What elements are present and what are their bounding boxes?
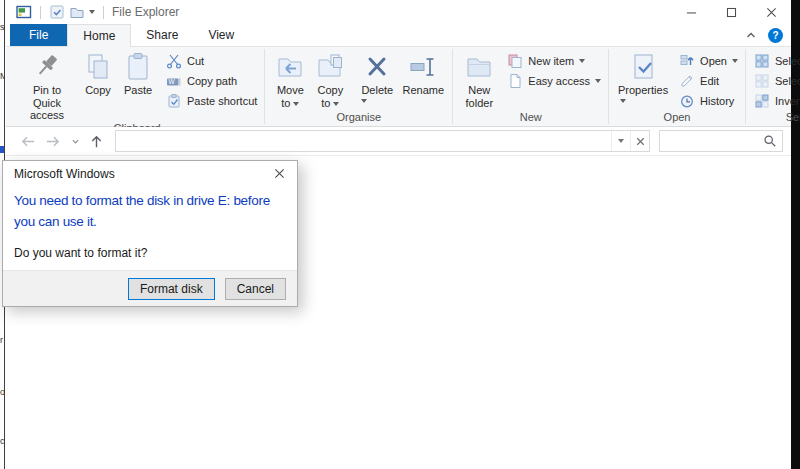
background-text-fragment: o <box>0 387 5 397</box>
dialog-instruction-text: You need to format the disk in drive E: … <box>14 191 292 233</box>
open-button[interactable]: Open <box>677 53 740 69</box>
close-button[interactable] <box>751 0 791 24</box>
recent-locations-button[interactable] <box>68 137 83 146</box>
dropdown-caret-icon <box>595 79 601 83</box>
delete-button[interactable]: Delete <box>355 49 399 103</box>
background-icon-fragment <box>0 146 4 153</box>
copy-to-button[interactable]: Copy to <box>310 49 350 109</box>
history-clock-icon <box>679 93 695 109</box>
address-bar-input[interactable] <box>116 131 611 151</box>
dropdown-caret-icon <box>579 59 585 63</box>
select-buttons: Select all Select none Inv <box>746 47 800 111</box>
copy-path-icon: W <box>166 73 182 89</box>
properties-button[interactable]: Properties <box>614 49 672 103</box>
tab-view[interactable]: View <box>193 24 249 46</box>
chevron-down-icon <box>89 10 95 14</box>
format-disk-dialog: Microsoft Windows You need to format the… <box>2 160 298 307</box>
button-label: Cut <box>187 55 204 67</box>
invert-selection-button[interactable]: Invert selection <box>752 93 800 109</box>
pin-to-quick-access-button[interactable]: Pin to Quick access <box>15 49 79 122</box>
button-label: Copy path <box>187 75 237 87</box>
button-label: Paste <box>124 84 152 96</box>
tab-home[interactable]: Home <box>67 24 131 47</box>
dialog-title: Microsoft Windows <box>14 167 115 181</box>
chevron-down-icon <box>618 139 624 143</box>
edit-button[interactable]: Edit <box>677 73 740 89</box>
button-label: Move to <box>277 84 304 109</box>
select-all-icon <box>754 53 770 69</box>
new-small-buttons: New item Easy access <box>505 49 603 89</box>
quick-access-properties-icon[interactable] <box>47 4 67 20</box>
dropdown-caret-icon <box>732 59 738 63</box>
maximize-button[interactable] <box>711 0 751 24</box>
search-box <box>659 130 783 152</box>
cut-button[interactable]: Cut <box>164 53 259 69</box>
dialog-title-bar: Microsoft Windows <box>3 161 297 186</box>
ribbon-group-organise: Move to Copy to Delete <box>265 47 452 126</box>
easy-access-button[interactable]: Easy access <box>505 73 603 89</box>
select-none-button[interactable]: Select none <box>752 73 800 89</box>
copy-to-icon <box>314 51 346 83</box>
new-item-button[interactable]: New item <box>505 53 603 69</box>
customize-quick-access-caret[interactable] <box>87 10 97 14</box>
window-title: File Explorer <box>112 5 179 19</box>
button-label: Easy access <box>528 75 590 87</box>
organise-buttons: Move to Copy to Delete <box>265 47 452 111</box>
minimize-button[interactable] <box>671 0 711 24</box>
forward-button[interactable] <box>42 134 65 149</box>
maximize-icon <box>726 7 737 18</box>
address-cancel-button[interactable] <box>630 131 649 151</box>
address-dropdown-button[interactable] <box>611 131 630 151</box>
tab-share[interactable]: Share <box>131 24 193 46</box>
button-label: Properties <box>618 84 668 96</box>
help-button[interactable]: ? <box>768 28 783 43</box>
navigation-bar <box>6 127 791 156</box>
search-input[interactable] <box>665 134 763 148</box>
format-disk-button[interactable]: Format disk <box>128 278 215 300</box>
background-text-fragment: ct <box>0 436 5 446</box>
button-label: History <box>700 95 734 107</box>
scissors-icon <box>166 53 182 69</box>
collapse-ribbon-button[interactable] <box>745 29 757 41</box>
edit-pencil-icon <box>679 73 695 89</box>
dropdown-caret-icon <box>620 99 626 103</box>
back-arrow-icon <box>19 134 36 149</box>
file-explorer-app-icon[interactable] <box>14 4 34 20</box>
tab-file[interactable]: File <box>10 24 67 46</box>
ribbon-tab-bar: File Home Share View ? <box>6 24 791 47</box>
quick-access-new-folder-icon[interactable] <box>67 4 87 20</box>
rename-button[interactable]: Rename <box>399 49 447 97</box>
select-all-button[interactable]: Select all <box>752 53 800 69</box>
button-label: Open <box>700 55 727 67</box>
ribbon-group-open: Properties Open <box>609 47 745 126</box>
minimize-icon <box>686 7 697 18</box>
paste-button[interactable]: Paste <box>117 49 159 97</box>
new-folder-button[interactable]: New folder <box>458 49 500 109</box>
copy-path-button[interactable]: W Copy path <box>164 73 259 89</box>
paste-shortcut-icon <box>166 93 182 109</box>
select-small-buttons: Select all Select none Inv <box>752 49 800 109</box>
clipboard-buttons: Pin to Quick access Copy Paste <box>10 47 264 122</box>
cancel-button[interactable]: Cancel <box>225 278 286 300</box>
history-button[interactable]: History <box>677 93 740 109</box>
separator <box>103 6 104 19</box>
dialog-close-button[interactable] <box>272 166 287 181</box>
select-none-icon <box>754 73 770 89</box>
copy-button[interactable]: Copy <box>79 49 117 97</box>
paste-icon <box>122 51 154 83</box>
back-button[interactable] <box>16 134 39 149</box>
paste-shortcut-button[interactable]: Paste shortcut <box>164 93 259 109</box>
ribbon-group-select: Select all Select none Inv <box>746 47 800 126</box>
svg-text:W: W <box>169 78 176 85</box>
button-label: Select all <box>775 55 800 67</box>
help-icon: ? <box>772 30 778 41</box>
new-folder-icon <box>463 51 495 83</box>
dialog-body: You need to format the disk in drive E: … <box>3 186 297 270</box>
up-button[interactable] <box>86 134 107 149</box>
move-to-button[interactable]: Move to <box>270 49 310 109</box>
button-label: Rename <box>403 84 445 96</box>
open-buttons: Properties Open <box>609 47 745 111</box>
screen: su M r o ct File Explorer <box>0 0 800 469</box>
tab-bar-right: ? <box>745 24 791 46</box>
open-small-buttons: Open Edit H <box>677 49 740 109</box>
